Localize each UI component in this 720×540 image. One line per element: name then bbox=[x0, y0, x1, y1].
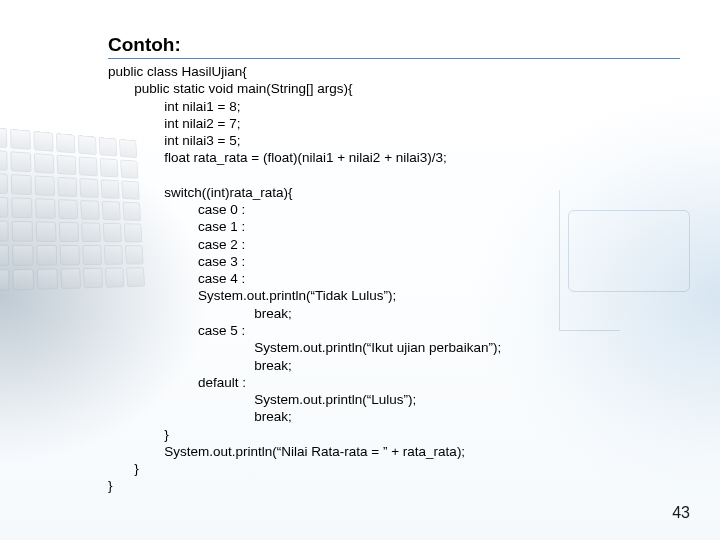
code-block: public class HasilUjian{ public static v… bbox=[108, 63, 680, 495]
slide-title: Contoh: bbox=[108, 34, 680, 59]
slide-content: Contoh: public class HasilUjian{ public … bbox=[0, 0, 720, 495]
page-number: 43 bbox=[672, 504, 690, 522]
